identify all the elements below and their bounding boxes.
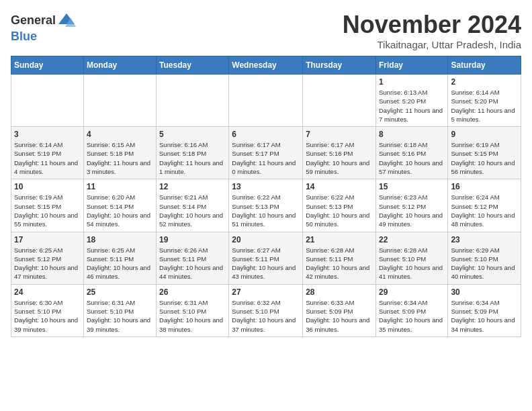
day-info: Sunrise: 6:24 AM Sunset: 5:12 PM Dayligh…: [451, 193, 518, 228]
weekday-header-saturday: Saturday: [448, 56, 521, 75]
day-number: 28: [306, 287, 373, 297]
day-number: 12: [159, 182, 226, 191]
day-number: 27: [232, 287, 300, 297]
day-number: 3: [14, 130, 81, 139]
calendar-week-row: 17Sunrise: 6:25 AM Sunset: 5:12 PM Dayli…: [11, 232, 521, 284]
calendar-cell: 5Sunrise: 6:16 AM Sunset: 5:18 PM Daylig…: [157, 127, 229, 179]
calendar-cell: 8Sunrise: 6:18 AM Sunset: 5:16 PM Daylig…: [375, 127, 447, 179]
day-info: Sunrise: 6:16 AM Sunset: 5:18 PM Dayligh…: [159, 140, 226, 176]
day-number: 10: [14, 182, 81, 191]
day-number: 7: [306, 130, 373, 139]
day-number: 23: [451, 235, 518, 244]
day-number: 4: [87, 130, 153, 139]
calendar-cell: 1Sunrise: 6:13 AM Sunset: 5:20 PM Daylig…: [375, 75, 447, 127]
day-number: 2: [451, 77, 518, 87]
day-info: Sunrise: 6:14 AM Sunset: 5:19 PM Dayligh…: [14, 140, 81, 176]
weekday-header-sunday: Sunday: [11, 56, 84, 75]
day-number: 21: [306, 235, 373, 244]
day-number: 26: [159, 287, 226, 297]
day-number: 29: [379, 287, 445, 297]
calendar-cell: 25Sunrise: 6:31 AM Sunset: 5:10 PM Dayli…: [83, 284, 156, 336]
day-info: Sunrise: 6:18 AM Sunset: 5:16 PM Dayligh…: [379, 140, 445, 176]
day-number: 5: [159, 130, 226, 139]
calendar-cell: 30Sunrise: 6:34 AM Sunset: 5:09 PM Dayli…: [448, 284, 521, 336]
day-info: Sunrise: 6:28 AM Sunset: 5:10 PM Dayligh…: [379, 246, 445, 281]
calendar-week-row: 24Sunrise: 6:30 AM Sunset: 5:10 PM Dayli…: [11, 284, 521, 336]
calendar-cell: 29Sunrise: 6:34 AM Sunset: 5:09 PM Dayli…: [375, 284, 447, 336]
calendar-cell: 24Sunrise: 6:30 AM Sunset: 5:10 PM Dayli…: [11, 284, 84, 336]
day-info: Sunrise: 6:13 AM Sunset: 5:20 PM Dayligh…: [379, 88, 445, 124]
day-number: 30: [451, 287, 518, 297]
calendar-cell: [303, 75, 376, 127]
day-info: Sunrise: 6:30 AM Sunset: 5:10 PM Dayligh…: [14, 298, 81, 334]
calendar-table: SundayMondayTuesdayWednesdayThursdayFrid…: [11, 56, 521, 337]
calendar-cell: 3Sunrise: 6:14 AM Sunset: 5:19 PM Daylig…: [11, 127, 84, 179]
calendar-cell: [229, 75, 303, 127]
calendar-cell: 23Sunrise: 6:29 AM Sunset: 5:10 PM Dayli…: [448, 232, 521, 284]
day-info: Sunrise: 6:22 AM Sunset: 5:13 PM Dayligh…: [232, 193, 300, 228]
calendar-week-row: 3Sunrise: 6:14 AM Sunset: 5:19 PM Daylig…: [11, 127, 521, 179]
day-number: 24: [14, 287, 81, 297]
day-info: Sunrise: 6:17 AM Sunset: 5:16 PM Dayligh…: [306, 140, 373, 176]
day-info: Sunrise: 6:29 AM Sunset: 5:10 PM Dayligh…: [451, 246, 518, 281]
day-info: Sunrise: 6:14 AM Sunset: 5:20 PM Dayligh…: [451, 88, 518, 124]
weekday-header-tuesday: Tuesday: [157, 56, 229, 75]
day-info: Sunrise: 6:23 AM Sunset: 5:12 PM Dayligh…: [379, 193, 445, 228]
day-info: Sunrise: 6:15 AM Sunset: 5:18 PM Dayligh…: [87, 140, 153, 176]
calendar-cell: 6Sunrise: 6:17 AM Sunset: 5:17 PM Daylig…: [229, 127, 303, 179]
calendar-cell: 22Sunrise: 6:28 AM Sunset: 5:10 PM Dayli…: [375, 232, 447, 284]
day-info: Sunrise: 6:22 AM Sunset: 5:13 PM Dayligh…: [306, 193, 373, 228]
day-info: Sunrise: 6:20 AM Sunset: 5:14 PM Dayligh…: [87, 193, 153, 228]
calendar-cell: 11Sunrise: 6:20 AM Sunset: 5:14 PM Dayli…: [83, 179, 156, 232]
logo-icon: [57, 11, 76, 30]
calendar-cell: 27Sunrise: 6:32 AM Sunset: 5:10 PM Dayli…: [229, 284, 303, 336]
weekday-header-friday: Friday: [375, 56, 447, 75]
calendar-cell: 26Sunrise: 6:31 AM Sunset: 5:10 PM Dayli…: [157, 284, 229, 336]
weekday-header-wednesday: Wednesday: [229, 56, 303, 75]
calendar-cell: [157, 75, 229, 127]
calendar-cell: 14Sunrise: 6:22 AM Sunset: 5:13 PM Dayli…: [303, 179, 376, 232]
logo-general-text: General: [11, 13, 56, 28]
day-info: Sunrise: 6:19 AM Sunset: 5:15 PM Dayligh…: [451, 140, 518, 176]
day-number: 8: [379, 130, 445, 139]
day-number: 20: [232, 235, 300, 244]
month-year-title: November 2024: [343, 11, 521, 39]
title-block: November 2024 Tikaitnagar, Uttar Pradesh…: [343, 11, 521, 50]
calendar-cell: 16Sunrise: 6:24 AM Sunset: 5:12 PM Dayli…: [448, 179, 521, 232]
calendar-cell: 13Sunrise: 6:22 AM Sunset: 5:13 PM Dayli…: [229, 179, 303, 232]
calendar-cell: 7Sunrise: 6:17 AM Sunset: 5:16 PM Daylig…: [303, 127, 376, 179]
day-number: 22: [379, 235, 445, 244]
day-number: 14: [306, 182, 373, 191]
day-info: Sunrise: 6:21 AM Sunset: 5:14 PM Dayligh…: [159, 193, 226, 228]
day-number: 11: [87, 182, 153, 191]
calendar-cell: 28Sunrise: 6:33 AM Sunset: 5:09 PM Dayli…: [303, 284, 376, 336]
day-info: Sunrise: 6:17 AM Sunset: 5:17 PM Dayligh…: [232, 140, 300, 176]
calendar-cell: 18Sunrise: 6:25 AM Sunset: 5:11 PM Dayli…: [83, 232, 156, 284]
day-number: 1: [379, 77, 445, 87]
day-number: 17: [14, 235, 81, 244]
day-number: 18: [87, 235, 153, 244]
location-subtitle: Tikaitnagar, Uttar Pradesh, India: [343, 39, 521, 50]
day-info: Sunrise: 6:31 AM Sunset: 5:10 PM Dayligh…: [87, 298, 153, 334]
day-number: 25: [87, 287, 153, 297]
calendar-cell: 19Sunrise: 6:26 AM Sunset: 5:11 PM Dayli…: [157, 232, 229, 284]
day-number: 9: [451, 130, 518, 139]
day-number: 13: [232, 182, 300, 191]
calendar-cell: 12Sunrise: 6:21 AM Sunset: 5:14 PM Dayli…: [157, 179, 229, 232]
day-info: Sunrise: 6:32 AM Sunset: 5:10 PM Dayligh…: [232, 298, 300, 334]
day-info: Sunrise: 6:28 AM Sunset: 5:11 PM Dayligh…: [306, 246, 373, 281]
day-info: Sunrise: 6:31 AM Sunset: 5:10 PM Dayligh…: [159, 298, 226, 334]
logo: General Blue: [11, 11, 76, 44]
day-info: Sunrise: 6:19 AM Sunset: 5:15 PM Dayligh…: [14, 193, 81, 228]
day-info: Sunrise: 6:25 AM Sunset: 5:12 PM Dayligh…: [14, 246, 81, 281]
page-header: General Blue November 2024 Tikaitnagar, …: [11, 11, 521, 50]
day-number: 16: [451, 182, 518, 191]
day-number: 6: [232, 130, 300, 139]
weekday-header-monday: Monday: [83, 56, 156, 75]
day-number: 15: [379, 182, 445, 191]
calendar-cell: 2Sunrise: 6:14 AM Sunset: 5:20 PM Daylig…: [448, 75, 521, 127]
calendar-cell: 10Sunrise: 6:19 AM Sunset: 5:15 PM Dayli…: [11, 179, 84, 232]
calendar-cell: 15Sunrise: 6:23 AM Sunset: 5:12 PM Dayli…: [375, 179, 447, 232]
day-info: Sunrise: 6:27 AM Sunset: 5:11 PM Dayligh…: [232, 246, 300, 281]
day-info: Sunrise: 6:26 AM Sunset: 5:11 PM Dayligh…: [159, 246, 226, 281]
